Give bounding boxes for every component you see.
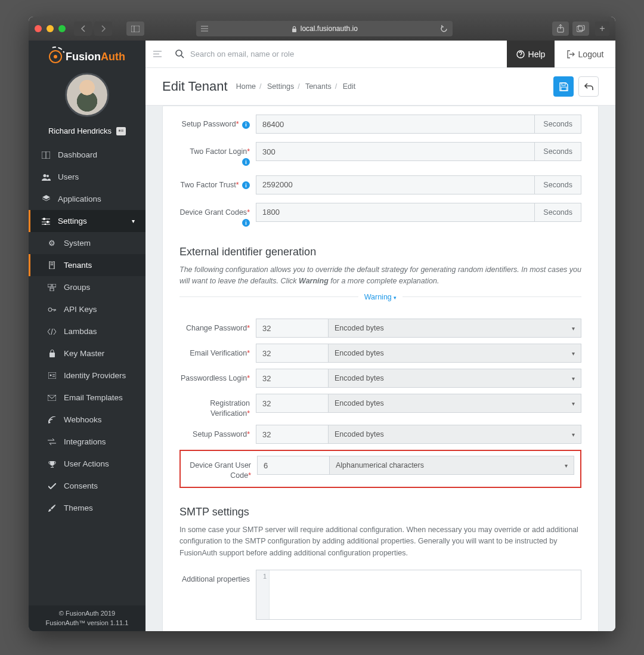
id-card-icon[interactable] [116,127,126,135]
sidebar-item-lambdas[interactable]: Lambdas [29,320,145,342]
nav-forward-button[interactable] [94,21,112,36]
device-grant-user-code-length-input[interactable] [257,456,330,475]
change-password-type-select[interactable]: Encoded bytes▾ [329,319,581,338]
sidebar-label: Groups [64,283,90,292]
logout-button[interactable]: Logout [555,50,615,59]
applications-icon [41,195,51,203]
share-icon[interactable] [552,21,569,36]
email-verification-length-input[interactable] [256,344,329,363]
svg-rect-26 [52,262,54,264]
field-label: Email Verification* [179,344,256,359]
page-title: Edit Tenant [162,79,228,94]
warning-toggle[interactable]: Warning ▾ [358,293,403,301]
sidebar-item-key-master[interactable]: Key Master [29,342,145,364]
registration-verification-type-select[interactable]: Encoded bytes▾ [329,394,581,413]
additional-properties-editor[interactable]: 1 [256,570,581,620]
sidebar: FusionAuth Richard Hendricks Dashboard [29,41,145,631]
sidebar-item-tenants[interactable]: Tenants [29,254,145,276]
users-icon [41,174,51,181]
two-factor-trust-duration-input[interactable] [256,175,535,194]
section-desc: In some case your SMTP server will requi… [179,524,581,559]
sidebar-item-settings[interactable]: Settings ▾ [29,210,145,232]
setup-password-length-input[interactable] [256,425,329,444]
back-button[interactable] [578,76,599,97]
sidebar-item-identity-providers[interactable]: Identity Providers [29,364,145,387]
nav-back-button[interactable] [74,21,92,36]
window-lights [35,25,66,32]
sidebar-item-system[interactable]: ⚙System [29,232,145,254]
svg-point-23 [45,223,47,225]
highlighted-row: Device Grant User Code* Alphanumerical c… [179,450,581,488]
crumb-settings[interactable]: Settings [267,82,294,91]
sidebar-item-api-keys[interactable]: API Keys [29,298,145,320]
envelope-icon [47,395,57,401]
sidebar-item-integrations[interactable]: Integrations [29,431,145,453]
new-tab-button[interactable]: + [595,21,609,36]
info-icon[interactable]: i [242,158,250,166]
sidebar-item-themes[interactable]: Themes [29,497,145,519]
svg-rect-8 [577,26,583,32]
sidebar-label: Settings [58,217,87,225]
setup-password-type-select[interactable]: Encoded bytes▾ [329,425,581,444]
sidebar-item-applications[interactable]: Applications [29,188,145,210]
avatar[interactable] [65,73,109,117]
lock-icon [47,350,57,357]
info-icon[interactable]: i [242,121,250,129]
field-label: Device Grant User Code* [187,456,257,481]
info-icon[interactable]: i [242,219,250,227]
topbar: Help Logout [145,41,615,68]
svg-rect-11 [119,129,120,131]
browser-chrome: local.fusionauth.io + [29,17,615,41]
crumb-tenants[interactable]: Tenants [305,82,332,91]
setup-password-duration-input[interactable] [256,115,535,134]
show-sidebar-button[interactable] [126,21,144,36]
change-password-length-input[interactable] [256,319,329,338]
unit-suffix: Seconds [535,203,581,222]
sidebar-label: Webhooks [64,415,102,424]
email-verification-type-select[interactable]: Encoded bytes▾ [329,344,581,363]
unit-suffix: Seconds [535,142,581,161]
reader-icon[interactable] [201,26,208,32]
device-grant-codes-duration-input[interactable] [256,203,535,222]
svg-rect-36 [49,353,55,357]
url-bar[interactable]: local.fusionauth.io [196,21,453,36]
info-icon[interactable]: i [242,181,250,189]
sidebar-label: System [64,239,91,248]
field-label: Additional properties [179,570,256,585]
registration-verification-length-input[interactable] [256,394,329,413]
key-icon [47,306,57,313]
sidebar-item-email-templates[interactable]: Email Templates [29,387,145,409]
device-grant-user-code-type-select[interactable]: Alphanumerical characters▾ [330,456,574,475]
crumb-home[interactable]: Home [236,82,256,91]
help-button[interactable]: Help [507,41,555,67]
field-label: Setup Password* i [179,115,256,129]
sidebar-item-webhooks[interactable]: Webhooks [29,409,145,431]
brush-icon [47,504,57,512]
chevron-down-icon: ▾ [572,350,575,357]
chevron-down-icon: ▾ [394,295,397,301]
chevron-down-icon: ▾ [572,325,575,332]
svg-rect-9 [578,25,584,30]
version: FusionAuth™ version 1.11.1 [31,619,143,628]
sidebar-item-consents[interactable]: Consents [29,475,145,497]
tabs-icon[interactable] [572,21,589,36]
sidebar-item-groups[interactable]: Groups [29,276,145,298]
svg-rect-37 [48,372,56,379]
save-button[interactable] [553,76,574,97]
sidebar-item-users[interactable]: Users [29,166,145,188]
minimize-window[interactable] [47,25,54,32]
reload-icon[interactable] [440,25,448,33]
building-icon [47,261,57,269]
help-icon [516,50,525,58]
sidebar-item-dashboard[interactable]: Dashboard [29,144,145,166]
two-factor-login-duration-input[interactable] [256,142,535,161]
close-window[interactable] [35,25,42,32]
passwordless-login-type-select[interactable]: Encoded bytes▾ [329,369,581,388]
toggle-sidebar-button[interactable] [145,51,169,57]
passwordless-login-length-input[interactable] [256,369,329,388]
sidebar-item-user-actions[interactable]: User Actions [29,453,145,475]
brand-text-b: Auth [101,51,125,63]
search-input[interactable] [190,50,507,58]
maximize-window[interactable] [58,25,66,32]
svg-point-42 [49,421,51,423]
